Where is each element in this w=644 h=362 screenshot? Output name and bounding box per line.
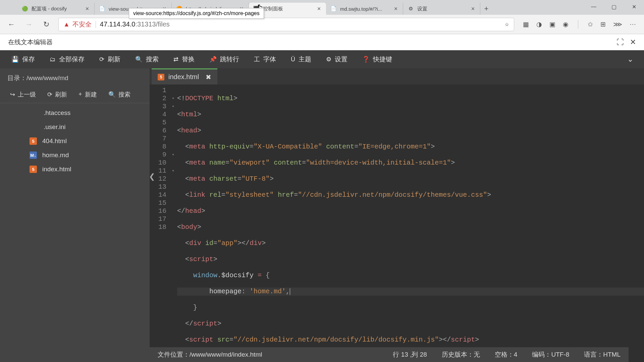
window-controls: — ▢ ✕ [584, 0, 644, 13]
back-button[interactable]: ← [3, 16, 19, 33]
close-icon[interactable]: ✖ [206, 73, 211, 81]
app-header: 在线文本编辑器 ⛶ ✕ [0, 34, 644, 50]
close-icon[interactable]: × [84, 6, 90, 12]
browser-tab[interactable]: 🟢 配置项 - docsify × [17, 3, 95, 15]
chevron-down-icon[interactable]: ⌄ [621, 55, 639, 64]
address-bar: ← → ↻ ▲不安全 47.114.34.0:31313/files ☆ ▦ ◑… [0, 15, 644, 34]
browser-tab-strip: 🟢 配置项 - docsify × 📄 view-source:https:..… [0, 0, 644, 15]
main-area: 目录：/www/www/md ↪上一级 ⟳刷新 +新建 🔍搜索 .htacces… [0, 68, 644, 362]
close-icon[interactable]: × [393, 6, 399, 12]
status-bar: 文件位置：/www/www/md/index.html 行 13 ,列 28 历… [150, 347, 629, 362]
file-name: index.html [42, 166, 71, 173]
ext-icon[interactable]: ▣ [549, 20, 555, 28]
favorites-icon[interactable]: ✩ [588, 20, 593, 28]
file-item[interactable]: M↓home.md [0, 148, 150, 162]
url-input[interactable]: ▲不安全 47.114.34.0:31313/files ☆ [58, 18, 514, 31]
plus-icon: + [78, 91, 82, 98]
replace-icon: ⇄ [173, 56, 178, 63]
replace-button[interactable]: ⇄替换 [167, 52, 201, 66]
file-name: .user.ini [44, 123, 65, 131]
forward-button[interactable]: → [21, 16, 37, 33]
line-gutter: 123456789101112131415161718 [150, 84, 170, 362]
maximize-button[interactable]: ▢ [604, 0, 624, 13]
code-content[interactable]: <!DOCTYPE html> <html> <head> <meta http… [176, 84, 644, 362]
html-icon: 5 [158, 74, 164, 80]
search-icon: 🔍 [135, 56, 143, 63]
close-icon[interactable]: × [470, 6, 476, 12]
page-favicon: 📄 [99, 5, 105, 12]
star-icon[interactable]: ☆ [505, 22, 509, 27]
search-button[interactable]: 🔍搜索 [128, 52, 165, 66]
docsify-favicon: 🟢 [21, 5, 28, 12]
url-text: 47.114.34.0:31313/files [100, 20, 170, 28]
menu-icon[interactable]: ⋯ [630, 20, 636, 28]
save-all-icon: 🗂 [50, 56, 56, 63]
html-icon: 5 [30, 166, 37, 173]
goto-icon: 📌 [209, 56, 217, 63]
ext-icon[interactable]: ◑ [536, 20, 542, 28]
indent-status[interactable]: 空格：4 [495, 350, 518, 359]
file-tab-title: index.html [168, 73, 199, 81]
history-status[interactable]: 历史版本：无 [442, 350, 480, 359]
close-app-icon[interactable]: ✕ [630, 38, 636, 47]
code-area[interactable]: 123456789101112131415161718 ▾▾▾▾ <!DOCTY… [150, 84, 644, 362]
font-icon: 工 [254, 55, 260, 63]
tab-title: 设置 [417, 6, 468, 12]
collapse-sidebar-icon[interactable]: ❮ [149, 172, 155, 181]
gear-icon: ⚙ [407, 5, 414, 12]
profile-icon[interactable]: ◉ [563, 20, 569, 28]
file-name: 404.html [42, 137, 67, 145]
sidebar-actions: ↪上一级 ⟳刷新 +新建 🔍搜索 [0, 86, 150, 103]
html-icon: 5 [30, 137, 37, 145]
new-tab-button[interactable]: + [480, 3, 492, 15]
directory-label: 目录：/www/www/md [0, 68, 150, 86]
ext-icon[interactable]: ⋙ [613, 20, 622, 28]
extensions: ▦ ◑ ▣ ◉ ✩ ⊞ ⋙ ⋯ [518, 20, 641, 29]
minimize-button[interactable]: — [584, 0, 604, 13]
close-icon[interactable]: × [316, 6, 322, 12]
font-button[interactable]: 工字体 [247, 52, 283, 66]
page-favicon: 📄 [330, 5, 337, 12]
refresh-icon: ⟳ [99, 56, 104, 63]
file-item[interactable]: 5index.html [0, 162, 150, 176]
language-status[interactable]: 语言：HTML [584, 350, 621, 359]
sidebar-search-button[interactable]: 🔍搜索 [104, 90, 135, 99]
divider [96, 21, 96, 28]
fullscreen-icon[interactable]: ⛶ [616, 38, 624, 47]
file-name: .htaccess [44, 109, 70, 117]
file-tab-active[interactable]: 5 index.html ✖ [152, 68, 217, 84]
refresh-button[interactable]: ⟳刷新 [93, 52, 127, 66]
file-item[interactable]: .user.ini [0, 120, 150, 134]
collections-icon[interactable]: ⊞ [600, 20, 606, 28]
help-icon: ❓ [362, 56, 370, 63]
fold-column[interactable]: ▾▾▾▾ [170, 84, 176, 362]
file-location: 文件位置：/www/www/md/index.html [158, 350, 378, 359]
cursor-position: 行 13 ,列 28 [393, 350, 427, 359]
settings-button[interactable]: ⚙设置 [319, 52, 354, 66]
security-badge[interactable]: ▲不安全 [63, 20, 92, 29]
browser-tab[interactable]: 📄 md.swjtu.top/#/?i... × [326, 3, 403, 15]
goto-line-button[interactable]: 📌跳转行 [203, 52, 246, 66]
tab-title: md.swjtu.top/#/?i... [340, 6, 391, 12]
divider [578, 20, 578, 29]
hotkey-button[interactable]: ❓快捷键 [356, 52, 399, 66]
app-title: 在线文本编辑器 [8, 38, 53, 47]
theme-button[interactable]: Ü主题 [284, 52, 318, 66]
encoding-status[interactable]: 编码：UTF-8 [532, 350, 569, 359]
new-file-button[interactable]: +新建 [74, 90, 101, 99]
sidebar-refresh-button[interactable]: ⟳刷新 [43, 90, 71, 99]
markdown-icon: M↓ [30, 152, 37, 159]
file-item[interactable]: 5404.html [0, 134, 150, 148]
browser-tab[interactable]: ⚙ 设置 × [403, 3, 480, 15]
file-tabs: 5 index.html ✖ [150, 68, 644, 84]
ext-icon[interactable]: ▦ [523, 20, 529, 28]
reload-button[interactable]: ↻ [38, 16, 54, 33]
file-list: .htaccess .user.ini 5404.html M↓home.md … [0, 103, 150, 362]
save-button[interactable]: 💾保存 [5, 52, 42, 66]
close-window-button[interactable]: ✕ [624, 0, 644, 13]
editor: 5 index.html ✖ ❮ 12345678910111213141516… [150, 68, 644, 362]
tab-title: 配置项 - docsify [32, 6, 82, 12]
file-item[interactable]: .htaccess [0, 106, 150, 120]
save-all-button[interactable]: 🗂全部保存 [43, 52, 91, 66]
up-level-button[interactable]: ↪上一级 [6, 90, 40, 99]
